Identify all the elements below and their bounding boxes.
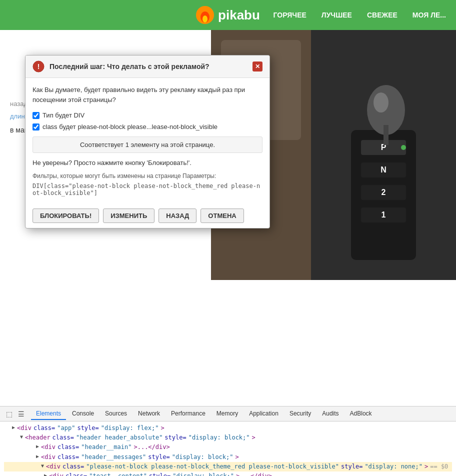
devtools-mobile-icon[interactable]: ☰ [16,409,26,419]
devtools-code: ▶ <div class= "app" style= "display: fle… [0,422,456,476]
devtools-tab-icons: ⬚ ☰ [4,409,26,419]
navbar-logo-text: pikabu [218,8,260,23]
dialog-filter-info: Фильтры, которые могут быть изменены на … [32,172,262,180]
checkbox-class[interactable] [32,124,40,130]
block-button[interactable]: БЛОКИРОВАТЬ! [32,208,99,223]
pikabu-logo-icon [196,6,214,24]
dialog-overlay: ! Последний шаг: Что делать с этой рекла… [0,30,456,406]
tab-adblock[interactable]: AdBlock [345,408,377,420]
svg-point-2 [202,16,208,22]
dialog-filter-value: DIV[class="please-not-block please-not-b… [32,182,262,196]
tab-performance[interactable]: Performance [166,408,210,420]
cancel-button[interactable]: ОТМЕНА [200,208,244,223]
code-line-4: ▶ <div class= "header__messages" style= … [4,452,452,462]
checkbox-type-label: Тип будет DIV [42,112,84,119]
code-arrow-2: ▼ [20,433,23,441]
dialog-checkbox-class: class будет please-not-block please...le… [32,123,262,130]
code-line-1: ▶ <div class= "app" style= "display: fle… [4,424,452,433]
dialog-question: Как Вы думаете, будет правильно видеть э… [32,85,262,104]
dialog: ! Последний шаг: Что делать с этой рекла… [25,55,270,228]
dialog-body: Как Вы думаете, будет правильно видеть э… [26,78,270,204]
dialog-footer: БЛОКИРОВАТЬ! ИЗМЕНИТЬ НАЗАД ОТМЕНА [26,204,270,228]
dialog-checkbox-type: Тип будет DIV [32,112,262,119]
svg-text:!: ! [38,62,40,70]
tab-security[interactable]: Security [284,408,316,420]
devtools-panel: ⬚ ☰ Elements Console Sources Network Per… [0,406,456,476]
navbar-link-fresh[interactable]: СВЕЖЕЕ [367,11,398,19]
navbar-link-my[interactable]: МОЯ ЛЕ... [412,11,446,19]
dialog-hint: Не уверены? Просто нажмите кнопку 'Блоки… [32,159,262,166]
tab-sources[interactable]: Sources [100,408,132,420]
code-arrow-1: ▶ [12,424,15,432]
dialog-title: Последний шаг: Что делать с этой рекламо… [50,62,248,70]
navbar-links: ГОРЯЧЕЕ ЛУЧШЕЕ СВЕЖЕЕ МОЯ ЛЕ... [274,11,446,19]
change-button[interactable]: ИЗМЕНИТЬ [103,208,154,223]
code-line-3: ▶ <div class= "header__main" >...</div> [4,442,452,452]
tab-elements[interactable]: Elements [31,408,66,420]
navbar-logo: pikabu [196,6,260,24]
tab-network[interactable]: Network [133,408,165,420]
navbar: pikabu ГОРЯЧЕЕ ЛУЧШЕЕ СВЕЖЕЕ МОЯ ЛЕ... [0,0,456,30]
code-line-2: ▼ <header class= "header header_absolute… [4,433,452,442]
devtools-tabs: ⬚ ☰ Elements Console Sources Network Per… [0,406,456,422]
code-line-5[interactable]: ▼ <div class= "please-not-block please-n… [4,462,452,472]
dialog-header: ! Последний шаг: Что делать с этой рекла… [26,56,270,78]
warning-icon: ! [32,60,44,72]
checkbox-class-label: class будет please-not-block please...le… [42,123,218,130]
tab-console[interactable]: Console [67,408,99,420]
page-content: P N 2 1 назад длиннопост женщина за руле… [0,30,456,406]
checkbox-type[interactable] [32,112,40,119]
tab-application[interactable]: Application [244,408,284,420]
back-button[interactable]: НАЗАД [158,208,196,223]
tab-memory[interactable]: Memory [212,408,243,420]
devtools-cursor-icon[interactable]: ⬚ [4,409,14,419]
dialog-close-button[interactable]: ✕ [252,62,262,72]
navbar-link-hot[interactable]: ГОРЯЧЕЕ [274,11,306,19]
code-line-6: ▶ <div class= "toast__content" style= "d… [4,472,452,476]
tab-audits[interactable]: Audits [317,408,344,420]
navbar-link-best[interactable]: ЛУЧШЕЕ [322,11,352,19]
dialog-match-bar: Соответствует 1 элементу на этой страниц… [32,136,262,153]
